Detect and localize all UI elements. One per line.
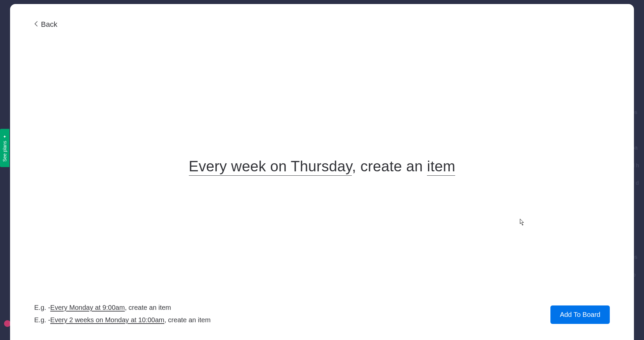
example-suffix: , create an item xyxy=(125,304,171,311)
chevron-left-icon xyxy=(34,21,38,29)
example-item: E.g. - Every 2 weeks on Monday at 10:00a… xyxy=(34,316,211,324)
sparkle-icon: ✦ xyxy=(2,134,7,139)
example-prefix: E.g. - xyxy=(34,304,50,311)
automation-modal: Back Every week on Thursday, create an i… xyxy=(10,4,634,340)
see-plans-tab[interactable]: See plans ✦ xyxy=(0,129,9,167)
example-prefix: E.g. - xyxy=(34,316,50,324)
example-item: E.g. - Every Monday at 9:00am , create a… xyxy=(34,304,211,311)
example-link[interactable]: Every Monday at 9:00am xyxy=(50,304,125,311)
example-link[interactable]: Every 2 weeks on Monday at 10:00am xyxy=(50,316,164,324)
automation-sentence: Every week on Thursday, create an item xyxy=(189,158,455,175)
back-label: Back xyxy=(41,20,57,29)
example-suffix: , create an item xyxy=(164,316,211,324)
modal-footer: E.g. - Every Monday at 9:00am , create a… xyxy=(34,304,610,324)
see-plans-label: See plans xyxy=(2,141,7,162)
examples-list: E.g. - Every Monday at 9:00am , create a… xyxy=(34,304,211,324)
item-target-field[interactable]: item xyxy=(427,158,455,176)
sentence-connector: , create an xyxy=(352,158,427,174)
back-button[interactable]: Back xyxy=(34,20,57,29)
automation-sentence-area: Every week on Thursday, create an item xyxy=(34,29,610,304)
schedule-trigger-field[interactable]: Every week on Thursday xyxy=(189,158,352,176)
add-to-board-button[interactable]: Add To Board xyxy=(550,305,610,324)
avatar xyxy=(4,320,11,327)
